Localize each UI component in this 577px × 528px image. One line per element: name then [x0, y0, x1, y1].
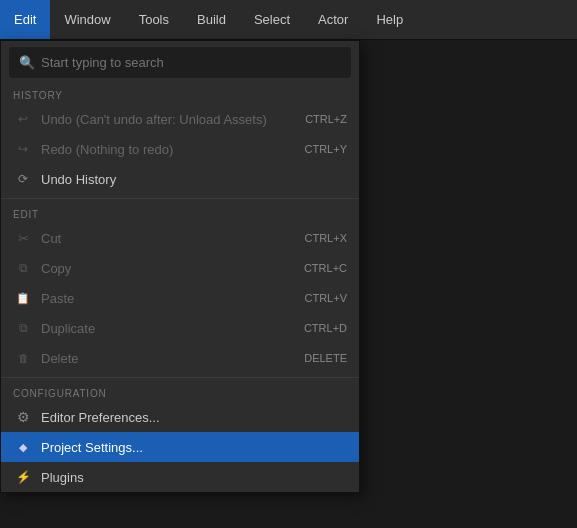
project-settings-label: Project Settings...	[41, 440, 337, 455]
history-icon	[13, 169, 33, 189]
redo-label: Redo (Nothing to redo)	[41, 142, 295, 157]
divider-2	[1, 377, 359, 378]
menu-item-select[interactable]: Select	[240, 0, 304, 39]
menu-item-editor-preferences[interactable]: Editor Preferences...	[1, 402, 359, 432]
menu-item-edit[interactable]: Edit	[0, 0, 50, 39]
duplicate-icon	[13, 318, 33, 338]
duplicate-shortcut: CTRL+D	[304, 322, 347, 334]
paste-icon	[13, 288, 33, 308]
menu-item-delete[interactable]: Delete DELETE	[1, 343, 359, 373]
copy-icon	[13, 258, 33, 278]
plugins-icon	[13, 467, 33, 487]
search-input[interactable]	[41, 55, 341, 70]
project-icon	[13, 437, 33, 457]
search-box[interactable]: 🔍	[9, 47, 351, 78]
undo-shortcut: CTRL+Z	[305, 113, 347, 125]
menu-item-tools[interactable]: Tools	[125, 0, 183, 39]
menu-item-help[interactable]: Help	[362, 0, 417, 39]
menu-item-redo[interactable]: Redo (Nothing to redo) CTRL+Y	[1, 134, 359, 164]
editor-preferences-label: Editor Preferences...	[41, 410, 337, 425]
cut-label: Cut	[41, 231, 295, 246]
cut-icon	[13, 228, 33, 248]
search-icon: 🔍	[19, 55, 35, 70]
cut-shortcut: CTRL+X	[305, 232, 348, 244]
undo-icon	[13, 109, 33, 129]
undo-history-label: Undo History	[41, 172, 337, 187]
copy-shortcut: CTRL+C	[304, 262, 347, 274]
section-header-history: HISTORY	[1, 84, 359, 104]
plugins-label: Plugins	[41, 470, 337, 485]
delete-icon	[13, 348, 33, 368]
menu-bar: Edit Window Tools Build Select Actor Hel…	[0, 0, 577, 40]
menu-item-duplicate[interactable]: Duplicate CTRL+D	[1, 313, 359, 343]
menu-item-actor[interactable]: Actor	[304, 0, 362, 39]
duplicate-label: Duplicate	[41, 321, 294, 336]
paste-label: Paste	[41, 291, 295, 306]
menu-item-paste[interactable]: Paste CTRL+V	[1, 283, 359, 313]
delete-label: Delete	[41, 351, 294, 366]
paste-shortcut: CTRL+V	[305, 292, 348, 304]
menu-item-build[interactable]: Build	[183, 0, 240, 39]
section-header-configuration: CONFIGURATION	[1, 382, 359, 402]
edit-dropdown: 🔍 HISTORY Undo (Can't undo after: Unload…	[0, 40, 360, 493]
menu-item-plugins[interactable]: Plugins	[1, 462, 359, 492]
redo-shortcut: CTRL+Y	[305, 143, 348, 155]
menu-item-window[interactable]: Window	[50, 0, 124, 39]
menu-item-cut[interactable]: Cut CTRL+X	[1, 223, 359, 253]
copy-label: Copy	[41, 261, 294, 276]
menu-item-copy[interactable]: Copy CTRL+C	[1, 253, 359, 283]
section-header-edit: EDIT	[1, 203, 359, 223]
divider-1	[1, 198, 359, 199]
menu-item-undo-history[interactable]: Undo History	[1, 164, 359, 194]
undo-label: Undo (Can't undo after: Unload Assets)	[41, 112, 295, 127]
delete-shortcut: DELETE	[304, 352, 347, 364]
redo-icon	[13, 139, 33, 159]
menu-item-undo[interactable]: Undo (Can't undo after: Unload Assets) C…	[1, 104, 359, 134]
prefs-icon	[13, 407, 33, 427]
menu-item-project-settings[interactable]: Project Settings...	[1, 432, 359, 462]
